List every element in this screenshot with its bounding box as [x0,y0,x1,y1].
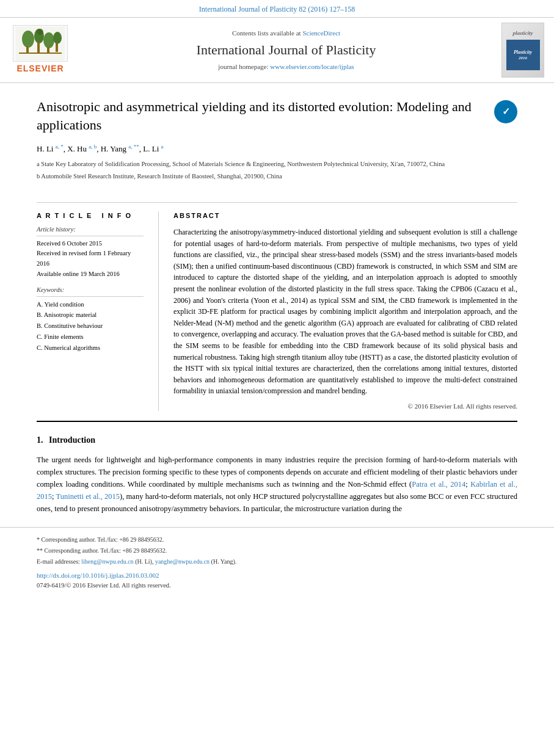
contents-line: Contents lists available at ScienceDirec… [78,29,494,38]
journal-title: International Journal of Plasticity [78,41,494,60]
two-column-section: A R T I C L E I N F O Article history: R… [0,211,554,412]
svg-rect-6 [37,42,40,53]
email2-link[interactable]: yanghe@nwpu.edu.cn [155,558,210,565]
email-label: E-mail addresses: [37,558,80,565]
issn-line: 0749-6419/© 2016 Elsevier Ltd. All right… [37,581,517,591]
footnote-2: ** Corresponding author. Tel./fax: +86 2… [37,546,517,555]
keywords-label: Keywords: [37,286,144,297]
svg-point-3 [43,32,54,48]
keyword-2: B. Anisotropic material [37,310,144,321]
doi-line: http://dx.doi.org/10.1016/j.ijplas.2016.… [37,571,517,580]
email1-name: (H. Li), [135,558,153,565]
abstract-column: Abstract Characterizing the anisotropy/a… [159,211,517,412]
keyword-5: C. Numerical algorithms [37,343,144,354]
svg-point-4 [53,32,62,44]
abstract-heading: Abstract [173,211,517,220]
article-info-heading: A R T I C L E I N F O [37,211,144,220]
copyright-line: © 2016 Elsevier Ltd. All rights reserved… [173,402,517,411]
keyword-4: C. Finite elements [37,332,144,343]
ref-tuninetti[interactable]: Tuninetti et al., 2015 [56,492,120,501]
top-bar: International Journal of Plasticity 82 (… [0,0,554,18]
divider-1 [37,202,517,203]
sciencedirect-link[interactable]: ScienceDirect [302,29,340,37]
authors-line: H. Li a, *, X. Hu a, b, H. Yang a, **, L… [37,143,517,155]
paper-section: ✓ Anisotropic and asymmetrical yielding … [0,83,554,193]
journal-citation-link[interactable]: International Journal of Plasticity 82 (… [199,5,355,13]
affiliation-a: a State Key Laboratory of Solidification… [37,159,517,169]
available-date: Available online 19 March 2016 [37,269,144,280]
footnote-area: * Corresponding author. Tel./fax: +86 29… [0,527,554,591]
journal-center-info: Contents lists available at ScienceDirec… [78,29,494,71]
homepage-label: journal homepage: [218,63,268,70]
footnote-1: * Corresponding author. Tel./fax: +86 29… [37,535,517,544]
journal-homepage: journal homepage: www.elsevier.com/locat… [78,62,494,71]
elsevier-wordmark: ELSEVIER [16,63,64,75]
svg-point-1 [22,31,34,48]
email1-link[interactable]: liheng@nwpu.edu.cn [81,558,133,565]
contents-label: Contents lists available at [232,29,301,37]
introduction-heading: 1. Introduction [37,434,517,446]
abstract-text: Characterizing the anisotropy/asymmetry-… [173,227,517,397]
section-title: Introduction [49,435,95,445]
journal-thumbnail: plasticity Plasticity 2016 [501,23,544,78]
keyword-3: B. Constitutive behaviour [37,321,144,332]
keywords-block: A. Yield condition B. Anisotropic materi… [37,299,144,354]
article-info-column: A R T I C L E I N F O Article history: R… [37,211,159,412]
introduction-paragraph: The urgent needs for lightweight and hig… [37,454,517,515]
svg-rect-8 [56,43,58,52]
elsevier-logo-image [13,25,68,62]
section-number: 1. [37,435,43,445]
svg-rect-9 [19,53,62,54]
received-date: Received 6 October 2015 [37,239,144,249]
svg-rect-5 [26,46,29,53]
affiliation-b: b Automobile Steel Research Institute, R… [37,172,517,181]
keyword-1: A. Yield condition [37,299,144,310]
footnote-email: E-mail addresses: liheng@nwpu.edu.cn (H.… [37,557,517,566]
email2-name: (H. Yang). [211,558,237,565]
elsevier-logo-block: ELSEVIER [10,25,71,75]
crossmark-badge[interactable]: ✓ [494,100,517,123]
doi-link[interactable]: http://dx.doi.org/10.1016/j.ijplas.2016.… [37,572,159,579]
svg-text:✓: ✓ [502,106,510,117]
homepage-url[interactable]: www.elsevier.com/locate/ijplas [270,63,354,70]
svg-rect-7 [47,47,49,53]
introduction-section: 1. Introduction The urgent needs for lig… [0,422,554,515]
elsevier-tree-svg [16,27,65,60]
ref-patra[interactable]: Patra et al., 2014 [412,480,465,489]
dates-block: Received 6 October 2015 Received in revi… [37,239,144,280]
history-label: Article history: [37,225,144,236]
svg-point-10 [37,29,43,35]
journal-header: ELSEVIER Contents lists available at Sci… [0,18,554,83]
crossmark-icon: ✓ [494,100,517,123]
revised-date: Received in revised form 1 February 2016 [37,249,144,269]
paper-title: Anisotropic and asymmetrical yielding an… [37,98,517,134]
